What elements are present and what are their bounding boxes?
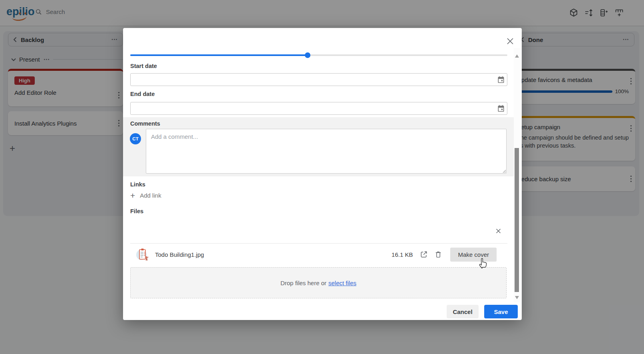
files-label: Files — [130, 208, 143, 214]
scrollbar-thumb[interactable] — [515, 148, 519, 292]
app-root: epilio — [0, 0, 644, 354]
file-name: Todo Building1.jpg — [155, 251, 204, 258]
progress-slider-thumb[interactable] — [305, 52, 310, 58]
file-thumbnail-icon — [135, 247, 149, 262]
drop-files-text: Drop files here or — [280, 280, 326, 286]
close-icon — [507, 38, 514, 45]
scroll-down-icon[interactable] — [515, 296, 519, 299]
modal-close-button[interactable] — [505, 36, 515, 46]
make-cover-button[interactable]: Make cover — [450, 248, 497, 262]
add-link-button[interactable]: + Add link — [130, 191, 161, 200]
open-file-icon[interactable] — [420, 250, 428, 258]
calendar-icon[interactable] — [497, 104, 505, 112]
start-date-label: Start date — [130, 63, 157, 69]
task-edit-modal: Start date End date Comments CT Links + … — [123, 28, 522, 320]
comments-label: Comments — [130, 120, 160, 127]
progress-slider-fill — [130, 54, 308, 56]
end-date-label: End date — [130, 91, 155, 97]
save-button[interactable]: Save — [484, 305, 518, 318]
start-date-input[interactable] — [130, 73, 507, 86]
modal-scrollbar[interactable] — [514, 48, 521, 302]
comments-section: Comments CT — [123, 117, 515, 176]
end-date-input[interactable] — [130, 102, 507, 115]
links-label: Links — [130, 181, 145, 188]
cancel-button[interactable]: Cancel — [447, 305, 479, 318]
calendar-icon[interactable] — [497, 76, 505, 84]
avatar: CT — [130, 133, 141, 144]
file-row: Todo Building1.jpg 16.1 KB Make cover — [130, 244, 507, 265]
plus-icon: + — [130, 191, 135, 200]
file-size: 16.1 KB — [392, 251, 413, 258]
delete-file-icon[interactable] — [434, 250, 442, 258]
select-files-link[interactable]: select files — [328, 280, 356, 286]
remove-cover-button[interactable] — [495, 227, 502, 234]
scroll-up-icon[interactable] — [515, 54, 519, 58]
add-link-label: Add link — [140, 192, 161, 199]
task-progress-slider[interactable] — [130, 54, 507, 56]
comment-input[interactable] — [146, 129, 507, 174]
file-drop-zone[interactable]: Drop files here or select files — [130, 267, 507, 298]
close-icon — [496, 228, 501, 234]
